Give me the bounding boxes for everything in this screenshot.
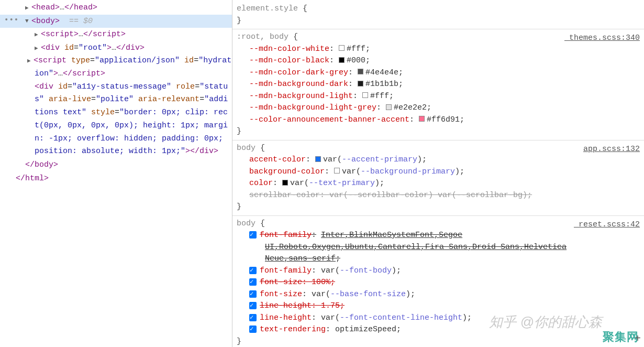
color-swatch[interactable]	[282, 180, 288, 186]
watermark-jujiwang: 聚集网	[603, 329, 639, 345]
color-swatch[interactable]	[419, 116, 425, 122]
css-prop-font-family-struck-cont: UI,Roboto,Oxygen,Ubuntu,Cantarell,Fira S…	[237, 242, 640, 254]
css-prop-line-height-struck[interactable]: line-height: 1.75;	[237, 300, 640, 312]
source-link-app[interactable]: app.scss:132	[583, 144, 640, 156]
dom-node-script-1[interactable]: ▶<script>…</script>	[0, 28, 232, 41]
toggle-checkbox[interactable]	[249, 290, 257, 298]
css-prop-font-family-struck-cont2: Neue,sans-serif;	[237, 253, 640, 265]
toggle-checkbox[interactable]	[249, 231, 257, 238]
css-prop---color-announcement-banner-accent[interactable]: --color-announcement-banner-accent: #ff6…	[237, 114, 640, 126]
css-prop---mdn-background-light-grey[interactable]: --mdn-background-light-grey: #e2e2e2;	[237, 102, 640, 114]
expand-arrow-icon[interactable]: ▶	[27, 56, 34, 66]
css-prop-font-size-struck[interactable]: font-size: 100%;	[237, 277, 640, 289]
css-prop-font-size[interactable]: font-size: var(--base-font-size);	[237, 289, 640, 301]
dom-overflow-dots: •••	[4, 16, 19, 24]
color-swatch[interactable]	[339, 57, 345, 63]
rule-element-style[interactable]: element.style { }	[232, 0, 644, 29]
toggle-checkbox[interactable]	[249, 267, 257, 274]
selector-text: element.style	[237, 4, 298, 13]
color-swatch[interactable]	[362, 92, 368, 98]
dom-node-div-root[interactable]: ▶<div id="root">…</div>	[0, 41, 232, 55]
css-prop-font-family[interactable]: font-family: var(--font-body);	[237, 265, 640, 277]
color-swatch[interactable]	[386, 104, 392, 110]
rule-themes[interactable]: _themes.scss:340 :root, body { --mdn-col…	[232, 29, 644, 140]
color-swatch[interactable]	[339, 45, 345, 51]
color-swatch[interactable]	[334, 168, 340, 174]
css-prop---mdn-color-dark-grey[interactable]: --mdn-color-dark-grey: #4e4e4e;	[237, 67, 640, 79]
css-prop---mdn-color-black[interactable]: --mdn-color-black: #000;	[237, 55, 640, 67]
collapse-arrow-icon[interactable]: ▼	[25, 16, 31, 26]
elements-dom-panel[interactable]: ••• ▶<head>…</head> ▼<body> == $0 ▶<scri…	[0, 0, 232, 347]
expand-arrow-icon[interactable]: ▶	[35, 44, 41, 53]
css-prop---mdn-color-white[interactable]: --mdn-color-white: #fff;	[237, 44, 640, 56]
watermark-zhihu: 知乎 @你的甜心森	[489, 313, 602, 331]
styles-panel[interactable]: element.style { } _themes.scss:340 :root…	[232, 0, 644, 347]
dom-node-body-selected[interactable]: ▼<body> == $0	[0, 15, 232, 28]
selected-node-hint: == $0	[69, 17, 93, 26]
css-prop-scrollbar-struck[interactable]: scrollbar-color: var(--scrollbar-color) …	[237, 190, 640, 202]
dom-node-html-close[interactable]: </html>	[0, 172, 232, 186]
css-prop---mdn-background-light[interactable]: --mdn-background-light: #fff;	[237, 91, 640, 103]
rule-app[interactable]: app.scss:132 body { accent-color: var(--…	[232, 140, 644, 216]
color-swatch[interactable]	[358, 69, 363, 74]
selector-text: body	[237, 219, 256, 228]
toggle-checkbox[interactable]	[249, 326, 257, 333]
toggle-checkbox[interactable]	[249, 302, 257, 309]
css-prop-accent-color[interactable]: accent-color: var(--accent-primary);	[237, 154, 640, 166]
css-prop-font-family-struck[interactable]: font-family: Inter,BlinkMacSystemFont,Se…	[237, 230, 640, 242]
color-swatch[interactable]	[315, 156, 321, 162]
source-link-themes[interactable]: _themes.scss:340	[564, 32, 640, 45]
dom-node-head[interactable]: ▶<head>…</head>	[0, 1, 232, 15]
dom-node-body-close[interactable]: </body>	[0, 158, 232, 172]
toggle-checkbox[interactable]	[249, 314, 257, 321]
dom-node-div-a11y[interactable]: <div id="a11y-status-message" role="stat…	[0, 81, 232, 159]
selector-text: body	[237, 144, 256, 153]
selector-text: :root, body	[237, 32, 288, 41]
toggle-checkbox[interactable]	[249, 278, 257, 286]
add-rule-button[interactable]: +	[635, 333, 641, 345]
source-link-reset[interactable]: _reset.scss:42	[574, 219, 640, 231]
css-prop-color[interactable]: color: var(--text-primary);	[237, 178, 640, 190]
dom-node-script-hydration[interactable]: ▶<script type="application/json" id="hyd…	[0, 55, 232, 81]
color-swatch[interactable]	[358, 81, 363, 86]
css-prop---mdn-background-dark[interactable]: --mdn-background-dark: #1b1b1b;	[237, 79, 640, 91]
expand-arrow-icon[interactable]: ▶	[35, 30, 41, 40]
expand-arrow-icon[interactable]: ▶	[25, 3, 31, 13]
css-prop-background-color[interactable]: background-color: var(--background-prima…	[237, 166, 640, 178]
